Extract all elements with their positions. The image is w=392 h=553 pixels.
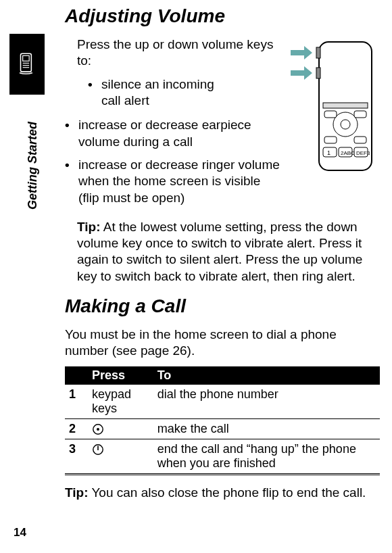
step-number: 1 — [65, 385, 88, 419]
table-row: 3 end the call and “hang up” the phone w… — [65, 439, 380, 474]
to-cell: make the call — [153, 418, 380, 439]
step-number: 2 — [65, 418, 88, 439]
svg-rect-8 — [316, 47, 320, 58]
svg-text:1: 1 — [327, 149, 330, 156]
svg-marker-6 — [291, 66, 312, 80]
svg-rect-13 — [324, 111, 337, 118]
col-to: To — [153, 366, 380, 385]
press-cell: keypad keys — [88, 385, 153, 419]
svg-marker-5 — [291, 46, 312, 59]
svg-rect-1 — [23, 55, 29, 61]
bullet-earpiece: increase or decrease earpiece volume dur… — [65, 117, 261, 150]
phone-side-icon — [16, 51, 38, 77]
side-label: Getting Started — [26, 122, 40, 210]
end-key-icon — [92, 443, 104, 456]
makecall-lead: You must be in the home screen to dial a… — [65, 327, 380, 360]
bullet-ringer: increase or decrease ringer volume when … — [65, 157, 380, 206]
makecall-tip: Tip: You can also close the phone flip t… — [65, 485, 380, 501]
svg-rect-9 — [316, 68, 320, 78]
press-cell — [88, 418, 153, 439]
heading-making-a-call: Making a Call — [65, 295, 380, 317]
svg-point-12 — [341, 120, 350, 129]
adjvol-tip: Tip: At the lowest volume setting, press… — [77, 219, 380, 285]
svg-text:2ABC: 2ABC — [341, 150, 355, 156]
to-cell: end the call and “hang up” the phone whe… — [153, 439, 380, 474]
send-key-icon — [92, 423, 104, 435]
table-row: 1 keypad keys dial the phone number — [65, 385, 380, 419]
press-cell — [88, 439, 153, 474]
svg-rect-15 — [324, 137, 337, 143]
table-header-row: Press To — [65, 366, 380, 385]
table-row: 2 make the call — [65, 418, 380, 439]
bullet-silence: silence an incoming call alert — [88, 76, 237, 110]
svg-text:DEF3: DEF3 — [356, 150, 370, 156]
section-tab — [9, 34, 45, 95]
svg-rect-16 — [354, 137, 366, 143]
svg-rect-14 — [354, 111, 366, 118]
col-press: Press — [88, 366, 153, 385]
to-cell: dial the phone number — [153, 385, 380, 419]
flip-phone-illustration: 1 2ABC DEF3 — [285, 38, 380, 176]
action-table: Press To 1 keypad keys dial the phone nu… — [65, 366, 380, 475]
left-margin-column: Getting Started 14 — [0, 0, 47, 553]
svg-rect-0 — [21, 53, 32, 72]
svg-rect-10 — [323, 103, 368, 108]
svg-point-24 — [97, 428, 99, 431]
heading-adjusting-volume: Adjusting Volume — [65, 5, 380, 27]
step-number: 3 — [65, 439, 88, 474]
page-number: 14 — [14, 526, 26, 539]
page-content: Adjusting Volume — [65, 5, 380, 508]
